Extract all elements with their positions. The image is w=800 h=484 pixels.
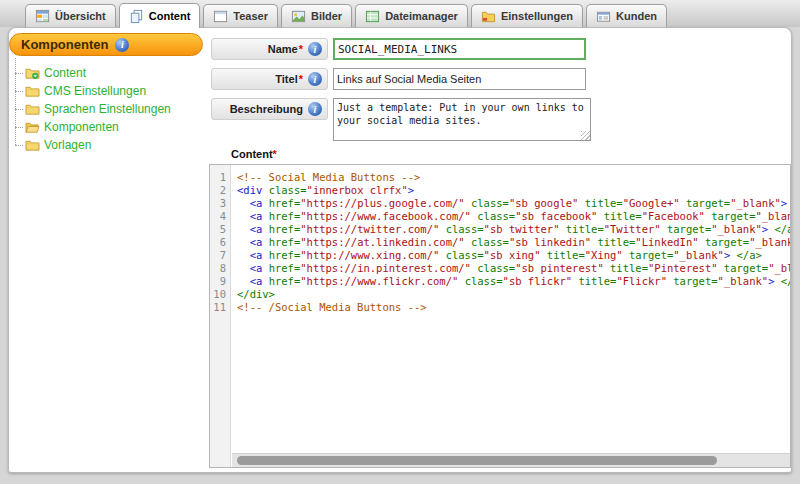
- code-lines[interactable]: <!-- Social Media Buttons --><div class=…: [232, 165, 790, 453]
- line-number: 8: [210, 262, 230, 275]
- line-number: 1: [210, 171, 230, 184]
- content-label-text: Content: [231, 148, 273, 160]
- folder-icon: [25, 85, 40, 98]
- tree-item-cms-einstellungen[interactable]: CMS Einstellungen: [15, 82, 171, 100]
- info-icon[interactable]: i: [308, 102, 322, 116]
- info-icon[interactable]: i: [308, 72, 322, 86]
- tree-item-label: CMS Einstellungen: [44, 84, 146, 98]
- tab-kunden[interactable]: Kunden: [586, 4, 667, 27]
- code-line: <a href="https://www.facebook.com/" clas…: [237, 210, 790, 223]
- textarea-resize-grip[interactable]: [581, 131, 590, 140]
- tab-label: Teaser: [233, 10, 268, 22]
- tab-bilder[interactable]: Bilder: [281, 4, 352, 27]
- code-line: <a href="https://plus.google.com/" class…: [237, 197, 790, 210]
- code-line: <a href="http://www.xing.com/" class="sb…: [237, 249, 790, 262]
- tab-label: Übersicht: [55, 10, 106, 22]
- required-asterisk: *: [299, 43, 303, 55]
- line-number: 10: [210, 288, 230, 301]
- tab-label: Kunden: [616, 10, 657, 22]
- tree-item-sprachen-einstellungen[interactable]: Sprachen Einstellungen: [15, 100, 171, 118]
- tab-teaser[interactable]: Teaser: [203, 4, 278, 27]
- line-number: 2: [210, 184, 230, 197]
- line-number: 3: [210, 197, 230, 210]
- tree-item-komponenten[interactable]: Komponenten: [15, 118, 171, 136]
- name-label-text: Name: [268, 43, 298, 55]
- folder-go-icon: [25, 67, 40, 80]
- line-number: 5: [210, 223, 230, 236]
- titel-input[interactable]: [333, 68, 586, 90]
- required-asterisk: *: [273, 148, 277, 160]
- scrollbar-thumb[interactable]: [237, 456, 717, 465]
- tree-item-vorlagen[interactable]: Vorlagen: [15, 136, 171, 154]
- tree-item-label: Komponenten: [44, 120, 119, 134]
- line-number: 9: [210, 275, 230, 288]
- tree-item-label: Vorlagen: [44, 138, 91, 152]
- beschreibung-label-text: Beschreibung: [230, 103, 303, 115]
- folder-icon: [25, 103, 40, 116]
- overview-grid-icon: [35, 9, 50, 24]
- line-number-gutter: 1234567891011: [210, 165, 231, 467]
- code-editor[interactable]: 1234567891011 <!-- Social Media Buttons …: [209, 164, 791, 468]
- line-number: 4: [210, 210, 230, 223]
- components-panel-header: Komponenten i: [9, 33, 203, 56]
- tab-label: Bilder: [311, 10, 342, 22]
- content-field-label: Content*: [231, 148, 277, 160]
- line-number: 11: [210, 301, 230, 314]
- components-panel-title: Komponenten: [21, 37, 108, 52]
- window-icon: [213, 9, 228, 24]
- component-tree: Content CMS Einstellungen Sprachen Einst…: [15, 64, 171, 154]
- code-line: <!-- Social Media Buttons -->: [237, 171, 790, 184]
- tab-einstellungen[interactable]: Einstellungen: [471, 4, 583, 27]
- tab-content[interactable]: Content: [119, 3, 201, 28]
- code-line: <a href="https://in.pinterest.com/" clas…: [237, 262, 790, 275]
- required-asterisk: *: [299, 73, 303, 85]
- tree-item-label: Sprachen Einstellungen: [44, 102, 171, 116]
- folder-tools-icon: [481, 9, 496, 24]
- tab-dateimanager[interactable]: Dateimanager: [355, 4, 468, 27]
- copy-pages-icon: [129, 9, 144, 24]
- folder-open-icon: [25, 121, 40, 134]
- line-number: 7: [210, 249, 230, 262]
- beschreibung-label: Beschreibung i: [211, 98, 328, 120]
- content-panel: Komponenten i Content CMS Einstellungen …: [8, 27, 792, 473]
- info-icon[interactable]: i: [308, 42, 322, 56]
- code-line: </div>: [237, 288, 790, 301]
- picture-icon: [291, 9, 306, 24]
- name-label: Name* i: [211, 38, 328, 60]
- code-line: <a href="https://at.linkedin.com/" class…: [237, 236, 790, 249]
- tree-item-content[interactable]: Content: [15, 64, 171, 82]
- titel-label: Titel* i: [211, 68, 328, 90]
- code-line: <div class="innerbox clrfx">: [237, 184, 790, 197]
- line-number: 6: [210, 236, 230, 249]
- tab-label: Einstellungen: [501, 10, 573, 22]
- titel-label-text: Titel: [275, 73, 297, 85]
- tab-bar: Übersicht Content Teaser Bilder Dateiman…: [25, 3, 670, 27]
- code-line: <a href="https://www.flickr.com/" class=…: [237, 275, 790, 288]
- name-input[interactable]: [333, 38, 586, 60]
- beschreibung-textarea[interactable]: Just a template: Put in your own links t…: [333, 98, 591, 141]
- green-table-icon: [365, 9, 380, 24]
- vcard-icon: [596, 9, 611, 24]
- code-line: <a href="https://twitter.com/" class="sb…: [237, 223, 790, 236]
- info-icon[interactable]: i: [115, 38, 129, 52]
- tab-label: Content: [149, 10, 191, 22]
- tree-item-label: Content: [44, 66, 86, 80]
- tab-label: Dateimanager: [385, 10, 458, 22]
- folder-icon: [25, 139, 40, 152]
- horizontal-scrollbar[interactable]: [232, 453, 790, 467]
- tab-uebersicht[interactable]: Übersicht: [25, 4, 116, 27]
- code-line: <!-- /Social Media Buttons -->: [237, 301, 790, 314]
